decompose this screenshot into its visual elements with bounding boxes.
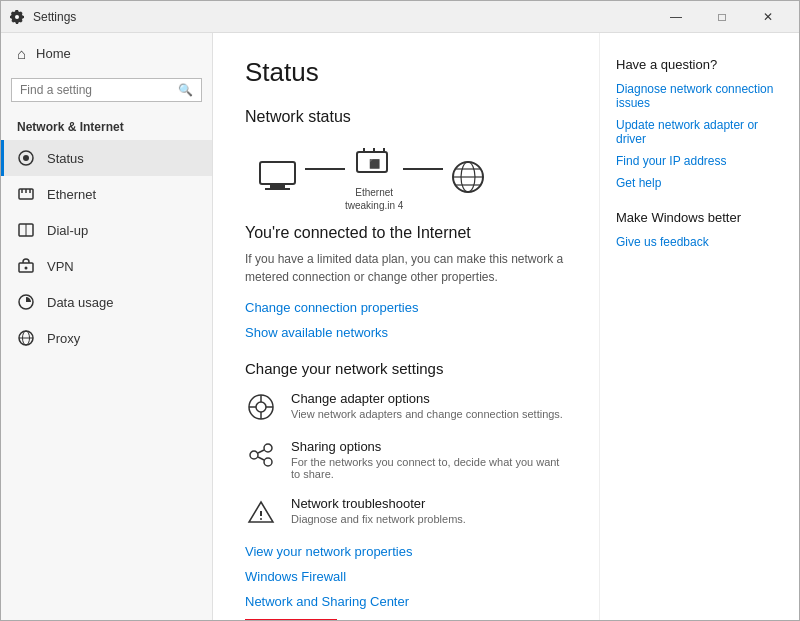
have-question-title: Have a question? xyxy=(616,57,783,72)
close-button[interactable]: ✕ xyxy=(745,1,791,33)
change-connection-link[interactable]: Change connection properties xyxy=(245,300,567,315)
svg-line-38 xyxy=(258,457,264,460)
troubleshoot-title: Network troubleshooter xyxy=(291,496,466,511)
update-adapter-link[interactable]: Update network adapter or driver xyxy=(616,118,783,146)
proxy-icon xyxy=(17,329,35,347)
troubleshoot-text: Network troubleshooter Diagnose and fix … xyxy=(291,496,466,525)
router-icon-group: ⬛ Ethernettweaking.in 4 xyxy=(345,142,403,212)
sharing-desc: For the networks you connect to, decide … xyxy=(291,456,567,480)
find-ip-link[interactable]: Find your IP address xyxy=(616,154,783,168)
svg-point-2 xyxy=(23,155,29,161)
make-windows-better-title: Make Windows better xyxy=(616,210,783,225)
sidebar-item-ethernet[interactable]: Ethernet xyxy=(1,176,212,212)
globe-icon xyxy=(443,157,493,197)
right-panel: Have a question? Diagnose network connec… xyxy=(599,33,799,620)
troubleshoot-icon xyxy=(245,496,277,528)
sidebar-item-vpn[interactable]: VPN xyxy=(1,248,212,284)
net-line-2 xyxy=(403,168,443,170)
title-bar-controls: — □ ✕ xyxy=(653,1,791,33)
settings-window: Settings — □ ✕ ⌂ Home 🔍 Network & Intern… xyxy=(0,0,800,621)
diagnose-link[interactable]: Diagnose network connection issues xyxy=(616,82,783,110)
settings-item-sharing: Sharing options For the networks you con… xyxy=(245,439,567,480)
sidebar-item-label-vpn: VPN xyxy=(47,259,74,274)
svg-text:⬛: ⬛ xyxy=(369,158,381,170)
network-diagram: ⬛ Ethernettweaking.in 4 xyxy=(245,142,567,212)
windows-firewall-link[interactable]: Windows Firewall xyxy=(245,569,567,584)
feedback-link[interactable]: Give us feedback xyxy=(616,235,783,249)
svg-point-36 xyxy=(264,458,272,466)
make-windows-better-section: Make Windows better Give us feedback xyxy=(616,210,783,249)
settings-window-icon xyxy=(9,9,25,25)
troubleshoot-desc: Diagnose and fix network problems. xyxy=(291,513,466,525)
svg-line-37 xyxy=(258,450,264,453)
page-title: Status xyxy=(245,57,567,88)
sidebar-item-datausage[interactable]: Data usage xyxy=(1,284,212,320)
svg-point-29 xyxy=(256,402,266,412)
sidebar-item-label-proxy: Proxy xyxy=(47,331,80,346)
sidebar-home-button[interactable]: ⌂ Home xyxy=(1,33,212,74)
svg-rect-16 xyxy=(270,184,285,188)
sharing-title: Sharing options xyxy=(291,439,567,454)
view-properties-link[interactable]: View your network properties xyxy=(245,544,567,559)
svg-point-0 xyxy=(15,15,19,19)
status-icon xyxy=(17,149,35,167)
home-icon: ⌂ xyxy=(17,45,26,62)
sharing-text: Sharing options For the networks you con… xyxy=(291,439,567,480)
computer-icon xyxy=(255,157,305,197)
main-content: Status Network status xyxy=(213,33,599,620)
datausage-icon xyxy=(17,293,35,311)
svg-rect-15 xyxy=(260,162,295,184)
adapter-icon xyxy=(245,391,277,423)
svg-point-34 xyxy=(250,451,258,459)
globe-icon-group xyxy=(443,157,493,197)
show-networks-link[interactable]: Show available networks xyxy=(245,325,567,340)
sidebar-item-label-dialup: Dial-up xyxy=(47,223,88,238)
connection-desc: If you have a limited data plan, you can… xyxy=(245,250,567,286)
sidebar: ⌂ Home 🔍 Network & Internet Status xyxy=(1,33,213,620)
ethernet-icon xyxy=(17,185,35,203)
network-status-heading: Network status xyxy=(245,108,567,126)
sharing-center-link[interactable]: Network and Sharing Center xyxy=(245,594,567,609)
sidebar-item-dialup[interactable]: Dial-up xyxy=(1,212,212,248)
change-settings-heading: Change your network settings xyxy=(245,360,567,377)
sidebar-item-label-datausage: Data usage xyxy=(47,295,114,310)
maximize-button[interactable]: □ xyxy=(699,1,745,33)
settings-item-adapter: Change adapter options View network adap… xyxy=(245,391,567,423)
window-title: Settings xyxy=(33,10,76,24)
vpn-icon xyxy=(17,257,35,275)
sidebar-section-header: Network & Internet xyxy=(1,112,212,140)
adapter-desc: View network adapters and change connect… xyxy=(291,408,563,420)
title-bar-left: Settings xyxy=(9,9,76,25)
svg-rect-17 xyxy=(265,188,290,190)
svg-point-40 xyxy=(260,518,262,520)
sidebar-item-label-ethernet: Ethernet xyxy=(47,187,96,202)
svg-point-35 xyxy=(264,444,272,452)
adapter-title: Change adapter options xyxy=(291,391,563,406)
get-help-link[interactable]: Get help xyxy=(616,176,783,190)
svg-point-10 xyxy=(25,267,28,270)
search-icon: 🔍 xyxy=(178,83,193,97)
settings-item-troubleshoot: Network troubleshooter Diagnose and fix … xyxy=(245,496,567,528)
adapter-text: Change adapter options View network adap… xyxy=(291,391,563,420)
search-box[interactable]: 🔍 xyxy=(11,78,202,102)
net-line-1 xyxy=(305,168,345,170)
network-label: Ethernettweaking.in 4 xyxy=(345,186,403,212)
title-bar: Settings — □ ✕ xyxy=(1,1,799,33)
router-icon: ⬛ xyxy=(349,142,399,182)
dialup-icon xyxy=(17,221,35,239)
sharing-icon xyxy=(245,439,277,471)
computer-icon-group xyxy=(255,157,305,197)
home-label: Home xyxy=(36,46,71,61)
minimize-button[interactable]: — xyxy=(653,1,699,33)
network-reset-link[interactable]: Network reset xyxy=(245,619,337,620)
sidebar-item-label-status: Status xyxy=(47,151,84,166)
sidebar-item-proxy[interactable]: Proxy xyxy=(1,320,212,356)
search-input[interactable] xyxy=(20,83,172,97)
sidebar-item-status[interactable]: Status xyxy=(1,140,212,176)
connection-heading: You're connected to the Internet xyxy=(245,224,567,242)
content-area: ⌂ Home 🔍 Network & Internet Status xyxy=(1,33,799,620)
